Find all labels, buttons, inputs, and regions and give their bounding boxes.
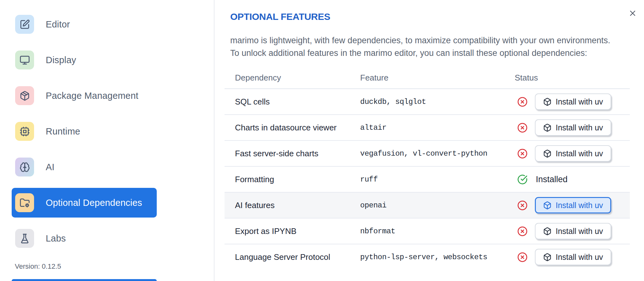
- box-icon: [543, 98, 552, 106]
- description-line: marimo is lightweight, with few dependen…: [230, 34, 610, 47]
- sidebar-item-label: Package Management: [46, 91, 138, 101]
- sidebar-item-package-management[interactable]: Package Management: [12, 81, 157, 111]
- install-with-uv-button[interactable]: Install with uv: [535, 249, 611, 265]
- install-with-uv-button[interactable]: Install with uv: [535, 93, 611, 110]
- table-body: SQL cellsduckdb, sqlglotInstall with uvC…: [225, 89, 630, 270]
- brain-icon: [15, 158, 34, 176]
- optional-features-panel: OPTIONAL FEATURES marimo is lightweight,…: [214, 0, 644, 281]
- package-icon: [15, 86, 34, 105]
- circle-x-icon: [517, 148, 528, 159]
- dependency-cell: AI features: [225, 200, 360, 210]
- circle-x-icon: [517, 252, 528, 262]
- sidebar-item-optional-dependencies[interactable]: Optional Dependencies: [12, 188, 157, 218]
- sidebar-item-label: Runtime: [46, 126, 80, 137]
- feature-cell: vegafusion, vl-convert-python: [360, 149, 515, 158]
- sidebar-item-ai[interactable]: AI: [12, 152, 157, 182]
- description-line: To unlock additional features in the mar…: [230, 47, 610, 59]
- partially-visible-sidebar-item[interactable]: [12, 279, 157, 281]
- dependencies-table: Dependency Feature Status SQL cellsduckd…: [225, 67, 630, 270]
- install-with-uv-button[interactable]: Install with uv: [535, 223, 611, 239]
- install-button-label: Install with uv: [556, 149, 603, 158]
- feature-cell: altair: [360, 123, 515, 132]
- dependency-cell: Charts in datasource viewer: [225, 123, 360, 133]
- dependency-cell: SQL cells: [225, 97, 360, 107]
- box-icon: [543, 149, 552, 158]
- table-row: SQL cellsduckdb, sqlglotInstall with uv: [225, 89, 630, 115]
- sidebar-item-label: AI: [46, 162, 55, 172]
- sidebar-item-label: Optional Dependencies: [46, 198, 142, 208]
- status-cell: Install with uv: [515, 249, 630, 265]
- feature-cell: openai: [360, 201, 515, 210]
- monitor-icon: [15, 51, 34, 69]
- edit-icon: [15, 15, 34, 34]
- sidebar-item-label: Labs: [46, 233, 66, 244]
- feature-cell: nbformat: [360, 227, 515, 236]
- feature-cell: python-lsp-server, websockets: [360, 253, 515, 261]
- column-header-feature: Feature: [360, 73, 515, 83]
- table-row: Charts in datasource vieweraltairInstall…: [225, 115, 630, 141]
- table-row: Fast server-side chartsvegafusion, vl-co…: [225, 141, 630, 167]
- sidebar-item-label: Display: [46, 55, 76, 65]
- dependency-cell: Language Server Protocol: [225, 252, 360, 262]
- column-header-dependency: Dependency: [225, 73, 360, 83]
- status-cell: Install with uv: [515, 119, 630, 136]
- table-header-row: Dependency Feature Status: [225, 67, 630, 89]
- panel-description: marimo is lightweight, with few dependen…: [230, 34, 610, 59]
- box-icon: [543, 201, 552, 210]
- status-cell: Install with uv: [515, 197, 630, 213]
- box-icon: [543, 123, 552, 132]
- install-with-uv-button[interactable]: Install with uv: [535, 197, 611, 213]
- dependency-cell: Export as IPYNB: [225, 226, 360, 236]
- cpu-icon: [15, 122, 34, 141]
- dependency-cell: Fast server-side charts: [225, 149, 360, 158]
- close-icon: [628, 9, 637, 18]
- status-cell: Install with uv: [515, 223, 630, 239]
- status-cell: Install with uv: [515, 93, 630, 110]
- feature-cell: duckdb, sqlglot: [360, 98, 515, 106]
- circle-x-icon: [517, 123, 528, 133]
- circle-check-icon: [517, 174, 528, 185]
- status-cell: Install with uv: [515, 145, 630, 162]
- install-button-label: Install with uv: [556, 201, 603, 210]
- dependency-cell: Formatting: [225, 175, 360, 184]
- status-cell: Installed: [515, 174, 630, 185]
- install-button-label: Install with uv: [556, 97, 603, 106]
- table-row: FormattingruffInstalled: [225, 167, 630, 193]
- install-button-label: Install with uv: [556, 227, 603, 236]
- table-row: Language Server Protocolpython-lsp-serve…: [225, 244, 630, 270]
- close-button[interactable]: [626, 7, 639, 20]
- install-button-label: Install with uv: [556, 123, 603, 132]
- sidebar-item-runtime[interactable]: Runtime: [12, 117, 157, 146]
- table-row: AI featuresopenaiInstall with uv: [225, 193, 630, 218]
- feature-cell: ruff: [360, 175, 515, 184]
- sidebar-item-display[interactable]: Display: [12, 45, 157, 75]
- table-row: Export as IPYNBnbformatInstall with uv: [225, 218, 630, 244]
- install-with-uv-button[interactable]: Install with uv: [535, 145, 611, 162]
- sidebar-item-label: Editor: [46, 19, 70, 30]
- installed-status-label: Installed: [536, 175, 568, 184]
- install-with-uv-button[interactable]: Install with uv: [535, 119, 611, 136]
- circle-x-icon: [517, 200, 528, 211]
- flask-icon: [15, 229, 34, 248]
- install-button-label: Install with uv: [556, 253, 603, 262]
- circle-x-icon: [517, 226, 528, 236]
- circle-x-icon: [517, 97, 528, 107]
- sidebar-item-list: EditorDisplayPackage ManagementRuntimeAI…: [0, 9, 214, 259]
- box-icon: [543, 227, 552, 236]
- folder-gear-icon: [15, 193, 34, 212]
- column-header-status: Status: [515, 73, 630, 83]
- page-title: OPTIONAL FEATURES: [230, 11, 330, 22]
- box-icon: [543, 253, 552, 261]
- settings-dialog: EditorDisplayPackage ManagementRuntimeAI…: [0, 0, 644, 281]
- sidebar-item-editor[interactable]: Editor: [12, 9, 157, 39]
- version-label: Version: 0.12.5: [15, 262, 61, 271]
- sidebar-item-labs[interactable]: Labs: [12, 224, 157, 253]
- settings-sidebar: EditorDisplayPackage ManagementRuntimeAI…: [0, 0, 214, 281]
